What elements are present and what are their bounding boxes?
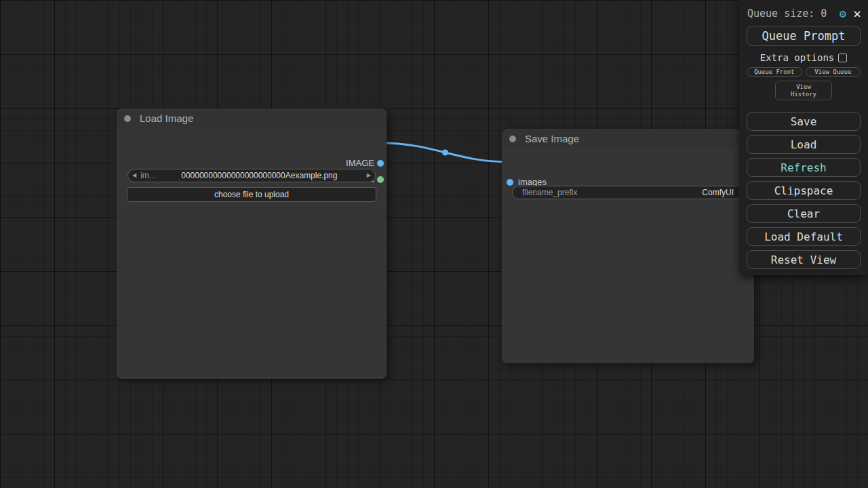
node-load-image-titlebar[interactable]: Load Image: [117, 108, 387, 129]
clear-button[interactable]: Clear: [747, 204, 861, 223]
queue-mini-buttons: Queue Front View Queue: [747, 67, 861, 77]
load-button[interactable]: Load: [747, 135, 861, 154]
combo-value: 00000000000000000000000Aexample.png: [156, 171, 363, 180]
combo-name: im...: [140, 171, 156, 180]
queue-front-button[interactable]: Queue Front: [747, 67, 802, 77]
node-save-image[interactable]: Save Image images filename_prefix ComfyU…: [502, 129, 754, 363]
load-default-button[interactable]: Load Default: [747, 227, 861, 246]
node-title: Load Image: [140, 108, 387, 129]
node-collapse-dot[interactable]: [509, 136, 516, 142]
node-load-image[interactable]: Load Image IMAGE MASK ◀ im... 0000000000…: [117, 108, 387, 379]
extra-options-label: Extra options: [760, 52, 835, 63]
save-button[interactable]: Save: [747, 112, 861, 131]
output-slot-image[interactable]: [377, 160, 384, 167]
node-title: Save Image: [525, 129, 754, 149]
clipspace-button[interactable]: Clipspace: [747, 181, 861, 200]
image-link: [380, 143, 510, 162]
view-history-label: View History: [785, 83, 822, 98]
widget-name: filename_prefix: [513, 188, 577, 197]
reset-view-button[interactable]: Reset View: [747, 250, 861, 269]
node-collapse-dot[interactable]: [124, 115, 131, 122]
combo-next-icon[interactable]: ▶: [363, 169, 375, 182]
extra-options-checkbox[interactable]: [838, 54, 847, 62]
combo-prev-icon[interactable]: ◀: [128, 169, 140, 182]
link-midpoint-dot[interactable]: [442, 150, 448, 156]
node-canvas[interactable]: Load Image IMAGE MASK ◀ im... 0000000000…: [0, 0, 868, 488]
choose-file-button[interactable]: choose file to upload: [127, 187, 376, 202]
queue-prompt-button[interactable]: Queue Prompt: [747, 26, 861, 46]
settings-gear-icon[interactable]: ⚙: [840, 7, 846, 20]
node-load-image-body: IMAGE MASK ◀ im... 000000000000000000000…: [117, 129, 387, 379]
view-history-button[interactable]: View History: [775, 81, 832, 100]
view-queue-button[interactable]: View Queue: [806, 67, 861, 77]
output-slot-mask[interactable]: [377, 176, 384, 183]
close-icon[interactable]: ×: [853, 7, 861, 20]
extra-options-row: Extra options: [739, 52, 868, 64]
output-label-image: IMAGE: [346, 159, 374, 168]
filename-prefix-widget[interactable]: filename_prefix ComfyUI: [512, 186, 744, 199]
node-save-image-titlebar[interactable]: Save Image: [502, 129, 754, 149]
image-combo-widget[interactable]: ◀ im... 00000000000000000000000Aexample.…: [127, 169, 376, 182]
queue-size-label: Queue size: 0: [747, 7, 827, 20]
queue-size-row: Queue size: 0 ⚙ ×: [747, 6, 861, 21]
node-save-image-body: images filename_prefix ComfyUI: [502, 149, 754, 363]
refresh-button[interactable]: Refresh: [747, 158, 861, 177]
input-slot-images[interactable]: [507, 179, 513, 186]
widget-value: ComfyUI: [702, 188, 743, 197]
comfy-menu: Queue size: 0 ⚙ × Queue Prompt Extra opt…: [739, 0, 868, 275]
